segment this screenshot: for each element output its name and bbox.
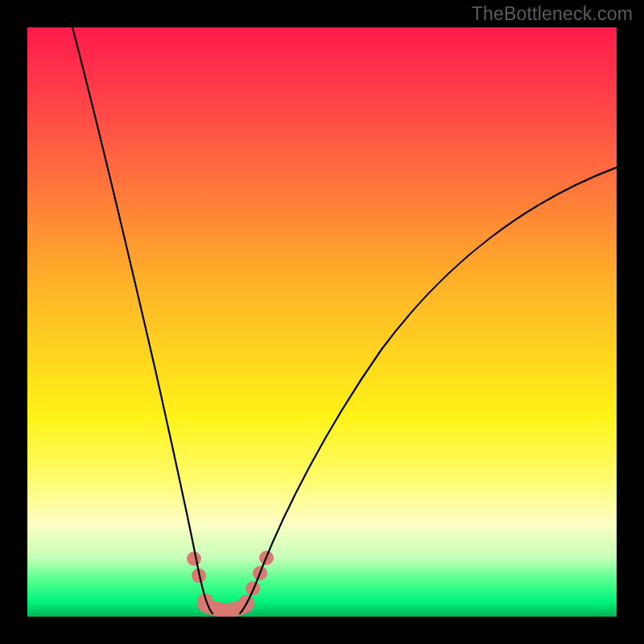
left-curve-path: [72, 27, 213, 613]
watermark-label: TheBottleneck.com: [472, 3, 633, 25]
marker-dot: [246, 581, 260, 596]
chart-plot-area: [27, 27, 617, 617]
chart-curves-svg: [27, 27, 617, 617]
chart-frame: TheBottleneck.com: [0, 0, 644, 644]
right-curve-path: [240, 167, 617, 613]
marker-dot: [187, 551, 201, 566]
